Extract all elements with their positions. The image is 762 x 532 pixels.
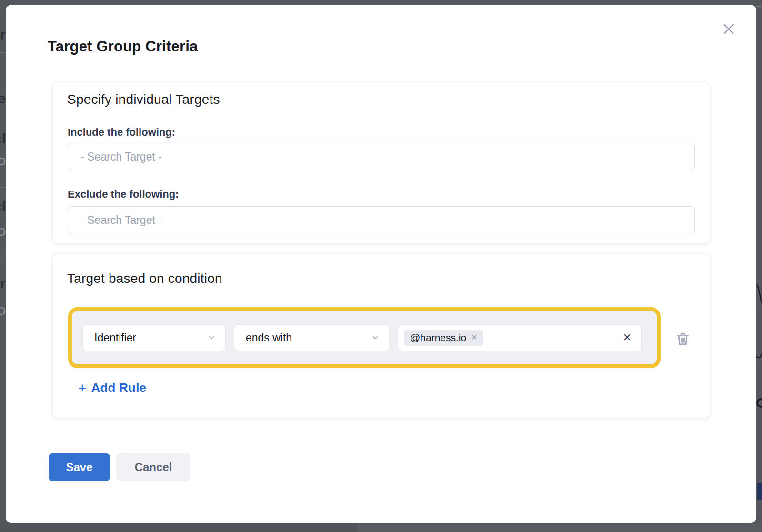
- exclude-label: Exclude the following:: [68, 188, 179, 201]
- plus-icon: +: [78, 381, 87, 395]
- attribute-select[interactable]: Identifier: [82, 324, 226, 351]
- target-group-criteria-modal: Target Group Criteria Specify individual…: [6, 5, 756, 523]
- clear-values-icon[interactable]: ✕: [623, 332, 632, 343]
- exclude-target-input[interactable]: [68, 206, 695, 234]
- background-text-fragment: o: [0, 153, 6, 168]
- values-input[interactable]: @harness.io ✕ ✕: [398, 324, 642, 351]
- operator-select[interactable]: ends with: [234, 324, 390, 351]
- background-text-fragment: r: [0, 276, 6, 291]
- screen: er pe cl o cl o r o Target Group Criteri…: [0, 0, 762, 532]
- condition-heading: Target based on condition: [67, 271, 222, 286]
- background-overlay-bottom: [0, 523, 762, 532]
- background-text-fragment: pe: [0, 91, 6, 106]
- background-divider: [0, 52, 6, 53]
- background-text-fragment: o: [0, 303, 6, 317]
- add-rule-label: Add Rule: [91, 381, 147, 395]
- modal-title: Target Group Criteria: [48, 38, 198, 55]
- individual-targets-card: Specify individual Targets Include the f…: [52, 82, 710, 244]
- save-button[interactable]: Save: [49, 453, 110, 481]
- include-label: Include the following:: [68, 126, 175, 139]
- trash-icon: [675, 331, 691, 347]
- include-target-input[interactable]: [68, 143, 695, 171]
- chevron-down-icon: [371, 333, 380, 342]
- cancel-button[interactable]: Cancel: [116, 453, 190, 481]
- chevron-down-icon: [207, 333, 216, 342]
- remove-value-icon[interactable]: ✕: [471, 334, 477, 341]
- close-button[interactable]: [718, 18, 740, 40]
- add-rule-button[interactable]: + Add Rule: [78, 381, 146, 395]
- condition-card: Target based on condition Identifier end…: [52, 253, 710, 418]
- condition-rule-row: Identifier ends with @harness.io ✕: [68, 307, 661, 368]
- background-overlay-right: [756, 0, 762, 532]
- close-icon: [721, 21, 736, 37]
- value-chip-text: @harness.io: [410, 332, 466, 343]
- value-chip: @harness.io ✕: [404, 330, 483, 346]
- background-text-fragment: cl: [0, 131, 6, 146]
- attribute-select-value: Identifier: [94, 331, 136, 344]
- background-text-fragment: cl: [0, 199, 6, 213]
- individual-targets-heading: Specify individual Targets: [67, 92, 220, 107]
- operator-select-value: ends with: [246, 331, 292, 344]
- background-text-fragment: o: [0, 224, 6, 238]
- background-text-fragment: er: [0, 28, 6, 42]
- delete-rule-button[interactable]: [673, 329, 692, 348]
- background-divider: [0, 256, 6, 256]
- background-chart-fragment: [756, 0, 762, 532]
- background-overlay-left: er pe cl o cl o r o: [0, 0, 6, 532]
- background-divider: [0, 187, 6, 188]
